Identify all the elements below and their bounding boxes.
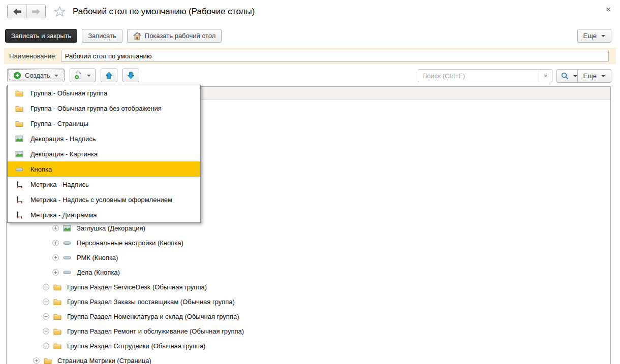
tree-row-label: Группа Раздел Номенклатура и склад (Обыч…: [67, 313, 239, 320]
create-menu-item[interactable]: Метрика - Диаграмма: [8, 207, 200, 222]
menu-item-label: Группа - Обычная группа: [30, 89, 107, 97]
create-menu-item[interactable]: Группа - Обычная группа: [8, 85, 200, 101]
metric-icon: [15, 181, 23, 188]
tree-row-label: Группа Раздел Ремонт и обслуживание (Обы…: [67, 327, 244, 335]
decoration-icon: [63, 224, 71, 232]
home-icon: [133, 32, 141, 40]
create-menu-item[interactable]: Группа - Обычная группа без отображения: [8, 101, 200, 116]
move-down-icon: [127, 72, 135, 79]
button-icon: [63, 269, 71, 276]
name-field-label: Наименование:: [9, 52, 57, 60]
form-more-button[interactable]: Еще: [577, 29, 611, 43]
tree-row[interactable]: Группа Раздел Сотрудники (Обычная группа…: [7, 339, 610, 353]
tree-row[interactable]: Группа Раздел Заказы поставщикам (Обычна…: [7, 294, 610, 309]
tree-row-label: Группа Раздел ServiceDesk (Обычная групп…: [67, 283, 207, 291]
tree-row[interactable]: Группа Раздел ServiceDesk (Обычная групп…: [7, 280, 610, 294]
create-menu-item[interactable]: Метрика - Надпись с условным оформлением: [8, 192, 200, 207]
tree-row[interactable]: Заглушка (Декорация): [7, 221, 610, 236]
save-button[interactable]: Записать: [82, 29, 122, 43]
create-menu-item[interactable]: Кнопка: [8, 161, 200, 177]
folder-icon: [44, 357, 52, 364]
forward-icon: [32, 9, 40, 15]
tree-row-label: Дела (Кнопка): [77, 269, 120, 276]
create-plus-icon: [13, 72, 21, 79]
create-menu-item[interactable]: Метрика - Надпись: [8, 177, 200, 192]
tree-row-label: Заглушка (Декорация): [77, 224, 145, 232]
search-icon: [561, 72, 569, 80]
show-desktop-button[interactable]: Показать рабочий стол: [127, 29, 222, 43]
folder-icon: [53, 342, 61, 350]
create-menu-item[interactable]: Группа - Страницы: [8, 116, 200, 131]
folder-icon: [15, 105, 23, 112]
menu-item-label: Группа - Обычная группа без отображения: [30, 105, 162, 112]
menu-item-label: Метрика - Надпись: [30, 181, 89, 188]
expand-icon[interactable]: [52, 269, 59, 276]
menu-item-label: Декорация - Надпись: [30, 135, 96, 143]
expand-icon[interactable]: [43, 328, 49, 335]
menu-item-label: Кнопка: [30, 166, 52, 173]
expand-icon[interactable]: [33, 357, 40, 364]
create-menu-item[interactable]: Декорация - Картинка: [8, 146, 200, 161]
tree-row[interactable]: Группа Раздел Ремонт и обслуживание (Обы…: [7, 324, 610, 339]
titlebar: Рабочий стол по умолчанию (Рабочие столы…: [0, 0, 620, 24]
button-icon: [15, 166, 23, 173]
clear-search-button[interactable]: ×: [539, 70, 552, 82]
expand-icon[interactable]: [52, 240, 59, 246]
decoration-icon: [15, 150, 23, 158]
name-input[interactable]: [61, 50, 609, 62]
expand-icon[interactable]: [43, 313, 49, 320]
tree-row[interactable]: Страница Метрики (Страница): [7, 353, 610, 364]
folder-icon: [15, 89, 23, 97]
expand-icon[interactable]: [43, 343, 49, 349]
create-menu: Группа - Обычная группа Группа - Обычная…: [7, 85, 201, 223]
name-field-row: Наименование:: [4, 48, 616, 64]
history-nav: [7, 5, 46, 18]
add-document-button[interactable]: [70, 69, 96, 82]
page-title: Рабочий стол по умолчанию (Рабочие столы…: [73, 7, 255, 17]
forward-button[interactable]: [26, 5, 45, 18]
metric-icon: [15, 211, 23, 219]
search-input[interactable]: [418, 70, 539, 82]
chevron-down-icon: [601, 35, 605, 37]
expand-icon[interactable]: [52, 254, 59, 261]
tree-row-label: Группа Раздел Сотрудники (Обычная группа…: [67, 342, 205, 350]
menu-item-label: Декорация - Картинка: [30, 150, 98, 158]
move-up-icon: [105, 72, 113, 79]
chevron-down-icon: [573, 75, 577, 77]
folder-icon: [53, 327, 61, 335]
menu-item-label: Метрика - Надпись с условным оформлением: [30, 196, 172, 204]
form-toolbar: Записать и закрыть Записать Показать раб…: [0, 29, 620, 43]
tree-row[interactable]: Дела (Кнопка): [7, 265, 610, 280]
decoration-icon: [15, 135, 23, 143]
metric-icon: [15, 196, 23, 204]
chevron-down-icon: [601, 75, 605, 77]
folder-icon: [53, 313, 61, 320]
expand-icon[interactable]: [52, 225, 59, 231]
search-box: ×: [418, 69, 552, 82]
close-button[interactable]: ×: [603, 4, 614, 15]
back-button[interactable]: [8, 5, 26, 18]
tree-row-label: Группа Раздел Заказы поставщикам (Обычна…: [67, 298, 235, 306]
button-icon: [63, 239, 71, 247]
menu-item-label: Метрика - Диаграмма: [30, 211, 97, 219]
list-more-button[interactable]: Еще: [577, 69, 611, 83]
expand-icon[interactable]: [43, 299, 49, 305]
tree-row[interactable]: Персональные настройки (Кнопка): [7, 236, 610, 250]
chevron-down-icon: [54, 75, 58, 77]
favorite-button[interactable]: [53, 6, 66, 18]
tree-row-label: РМК (Кнопка): [77, 254, 118, 261]
save-and-close-button[interactable]: Записать и закрыть: [5, 29, 77, 43]
create-menu-item[interactable]: Декорация - Надпись: [8, 131, 200, 146]
desktop-editor-window: Рабочий стол по умолчанию (Рабочие столы…: [0, 0, 620, 364]
expand-icon[interactable]: [43, 284, 49, 290]
move-down-button[interactable]: [122, 69, 139, 82]
move-up-button[interactable]: [101, 69, 117, 82]
tree-row[interactable]: РМК (Кнопка): [7, 250, 610, 265]
tree-row[interactable]: Группа Раздел Номенклатура и склад (Обыч…: [7, 309, 610, 324]
menu-item-label: Группа - Страницы: [30, 120, 88, 127]
folder-icon: [53, 298, 61, 306]
tree-row-label: Страница Метрики (Страница): [57, 357, 151, 364]
folder-icon: [15, 120, 23, 127]
create-button[interactable]: Создать: [7, 69, 65, 82]
back-icon: [13, 9, 21, 15]
